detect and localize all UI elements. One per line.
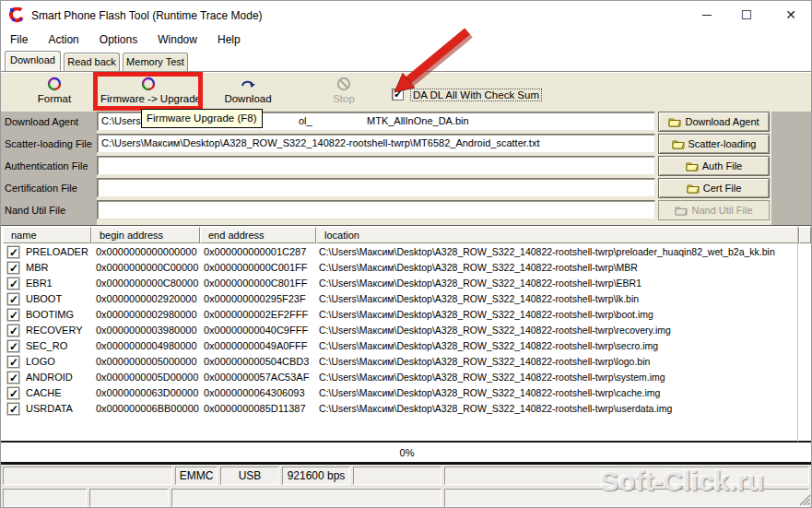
checkbox-checked-icon[interactable]	[7, 372, 19, 384]
window-title: Smart Phone Flash Tool (Runtime Trace Mo…	[31, 9, 263, 22]
menu-action[interactable]: Action	[48, 30, 78, 50]
table-row-usrdata[interactable]: USRDATA 0x000000006BB00000 0x0000000085D…	[3, 401, 795, 417]
auth-file-field[interactable]	[97, 156, 655, 175]
end-address: 0x0000000085D11387	[204, 403, 306, 414]
scatter-file-label: Scatter-loading File	[5, 134, 95, 154]
table-row-bootimg[interactable]: BOOTIMG 0x0000000002980000 0x0000000002E…	[3, 307, 795, 323]
tab-memory-test[interactable]: Memory Test	[123, 53, 188, 71]
partition-name: EBR1	[26, 278, 53, 289]
checkbox-checked-icon[interactable]	[7, 403, 19, 415]
download-agent-browse-button[interactable]: Download Agent	[658, 112, 770, 132]
checkbox-checked-icon[interactable]	[7, 356, 19, 368]
close-button[interactable]: ✕	[771, 1, 811, 29]
stop-button: Stop	[318, 75, 370, 110]
auth-file-browse-button[interactable]: Auth File	[658, 156, 770, 176]
da-dl-checkbox-label[interactable]: DA DL All With Check Sum	[410, 89, 542, 101]
download-button[interactable]: Download	[209, 75, 287, 110]
cert-file-browse-button[interactable]: Cert File	[658, 178, 770, 198]
status-port: USB	[220, 467, 279, 485]
begin-address: 0x0000000063D00000	[96, 387, 198, 398]
menu-window[interactable]: Window	[158, 30, 197, 50]
table-row-ebr1[interactable]: EBR1 0x0000000000C80000 0x0000000000C801…	[3, 276, 795, 291]
download-agent-label: Download Agent	[5, 112, 95, 132]
checkbox-checked-icon[interactable]	[7, 293, 19, 305]
tooltip-firmware-upgrade: Firmware Upgrade (F8)	[141, 109, 263, 128]
table-row-logo[interactable]: LOGO 0x0000000005000000 0x000000000504CB…	[3, 354, 795, 370]
checkbox-checked-icon[interactable]	[7, 325, 19, 337]
file-location: C:\Users\Максим\Desktop\A328_ROW_S322_14…	[319, 262, 795, 273]
status-baud-rate: 921600 bps	[282, 467, 350, 485]
da-dl-checkbox[interactable]	[392, 89, 404, 100]
file-location: C:\Users\Максим\Desktop\A328_ROW_S322_14…	[319, 372, 795, 383]
table-row-mbr[interactable]: MBR 0x0000000000C00000 0x0000000000C001F…	[3, 260, 795, 276]
tab-read-back[interactable]: Read back	[64, 53, 120, 71]
progress-percent: 0%	[400, 447, 415, 458]
status-cell-empty	[3, 489, 87, 507]
app-window: Smart Phone Flash Tool (Runtime Trace Mo…	[0, 0, 812, 508]
file-location: C:\Users\Максим\Desktop\A328_ROW_S322_14…	[319, 340, 795, 351]
app-icon	[9, 7, 25, 23]
file-location: C:\Users\Максим\Desktop\A328_ROW_S322_14…	[319, 246, 795, 257]
status-bar-secondary	[1, 487, 812, 508]
header-end-address[interactable]: end address	[200, 227, 316, 243]
checkbox-checked-icon[interactable]	[7, 309, 19, 321]
partition-name: MBR	[26, 262, 48, 273]
format-button[interactable]: Format	[14, 75, 95, 110]
checkbox-checked-icon[interactable]	[7, 387, 19, 399]
stop-icon	[336, 77, 351, 91]
checkbox-checked-icon[interactable]	[7, 262, 19, 274]
status-cell-empty	[89, 489, 169, 507]
download-icon	[241, 77, 255, 91]
begin-address: 0x0000000005D00000	[96, 372, 198, 383]
minimize-button[interactable]: ─	[687, 1, 727, 29]
checkbox-checked-icon[interactable]	[7, 278, 19, 289]
resize-grip[interactable]	[798, 493, 810, 505]
partition-name: UBOOT	[26, 293, 62, 304]
cert-browse-label: Cert File	[703, 183, 742, 194]
end-address: 0x00000000040C9FFF	[204, 325, 308, 336]
table-row-cache[interactable]: CACHE 0x0000000063D00000 0x0000000064306…	[3, 385, 795, 401]
nand-util-field[interactable]	[97, 200, 655, 219]
begin-address: 0x0000000000C80000	[96, 278, 198, 289]
checkbox-checked-icon[interactable]	[7, 246, 19, 258]
end-address: 0x0000000064306093	[204, 387, 305, 398]
scatter-file-field[interactable]: C:\Users\Максим\Desktop\A328_ROW_S322_14…	[97, 134, 655, 153]
auth-browse-label: Auth File	[702, 160, 742, 171]
status-cell-empty	[444, 467, 809, 485]
table-row-uboot[interactable]: UBOOT 0x0000000002920000 0x000000000295F…	[3, 291, 795, 307]
format-label: Format	[14, 93, 95, 104]
stop-label: Stop	[318, 93, 370, 104]
download-agent-path-right: MTK_AllInOne_DA.bin	[367, 112, 469, 130]
cert-file-field[interactable]	[97, 178, 655, 197]
begin-address: 0x0000000002980000	[96, 309, 197, 320]
progress-bar: 0%	[1, 444, 812, 465]
menu-options[interactable]: Options	[100, 30, 137, 50]
menu-file[interactable]: File	[10, 30, 28, 50]
menu-bar: File Action Options Window Help	[1, 30, 811, 51]
status-storage: EMMC	[175, 467, 218, 485]
header-name[interactable]: name	[3, 227, 91, 243]
status-cell-empty	[444, 489, 809, 507]
checkbox-checked-icon[interactable]	[7, 340, 19, 352]
begin-address: 0x0000000005000000	[96, 356, 197, 367]
maximize-button[interactable]: ☐	[726, 1, 767, 29]
header-location[interactable]: location	[316, 227, 799, 243]
end-address: 0x000000000295F23F	[204, 293, 306, 304]
end-address: 0x00000000049A0FFF	[204, 340, 308, 351]
toolbar: Format Firmware -> Upgrade Download St	[1, 71, 811, 112]
scatter-browse-label: Scatter-loading	[688, 138, 757, 149]
tab-download[interactable]: Download	[5, 51, 61, 71]
header-begin-address[interactable]: begin address	[91, 227, 200, 243]
folder-icon	[687, 183, 700, 194]
scatter-browse-button[interactable]: Scatter-loading	[658, 134, 770, 154]
download-label: Download	[209, 93, 287, 104]
table-row-recovery[interactable]: RECOVERY 0x0000000003980000 0x0000000004…	[3, 323, 795, 338]
menu-help[interactable]: Help	[218, 30, 241, 50]
partition-name: ANDROID	[26, 372, 73, 383]
table-row-sec-ro[interactable]: SEC_RO 0x0000000004980000 0x00000000049A…	[3, 338, 795, 354]
file-location: C:\Users\Максим\Desktop\A328_ROW_S322_14…	[319, 403, 795, 414]
table-row-preloader[interactable]: PRELOADER 0x0000000000000000 0x000000000…	[3, 244, 795, 260]
status-bar: EMMC USB 921600 bps	[1, 465, 812, 487]
table-row-android[interactable]: ANDROID 0x0000000005D00000 0x0000000057A…	[3, 370, 795, 385]
partition-name: LOGO	[26, 356, 55, 367]
